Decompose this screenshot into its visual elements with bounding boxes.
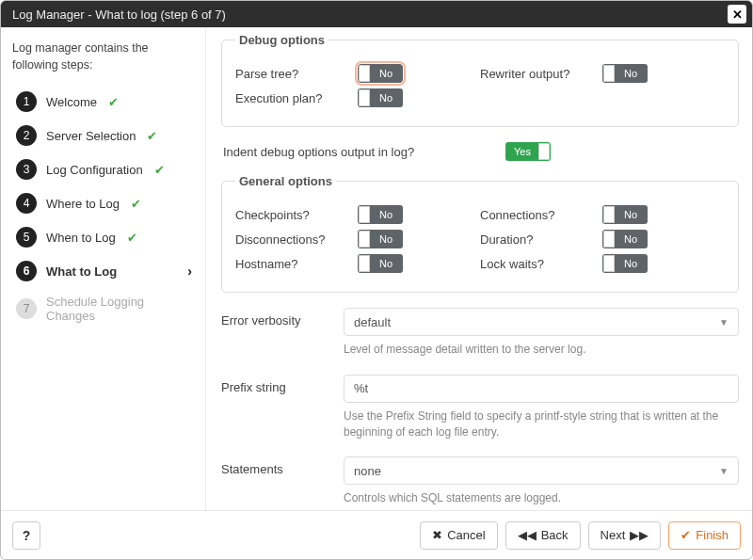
hostname-toggle[interactable]: No — [358, 254, 403, 273]
step-label: Schedule Logging Changes — [46, 295, 192, 323]
error-verbosity-select[interactable]: default ▼ — [344, 308, 739, 336]
rewriter-output-label: Rewriter output? — [480, 67, 602, 81]
chevron-right-icon: › — [187, 264, 192, 279]
check-icon: ✔ — [154, 163, 165, 177]
next-button[interactable]: Next▶▶ — [588, 521, 662, 550]
general-legend: General options — [235, 174, 336, 188]
check-icon: ✔ — [131, 197, 141, 211]
step-label: Log Configuration — [46, 163, 143, 177]
toggle-text: No — [370, 255, 402, 272]
duration-toggle[interactable]: No — [602, 230, 648, 248]
step-number: 3 — [16, 159, 37, 180]
step-label: Welcome — [46, 95, 97, 109]
toggle-knob — [603, 65, 615, 82]
lock-waits-toggle[interactable]: No — [602, 254, 648, 273]
next-label: Next — [601, 528, 626, 542]
step-number: 6 — [16, 261, 37, 281]
toggle-text: No — [370, 231, 402, 248]
disconnections-label: Disconnections? — [235, 232, 358, 247]
toggle-text: No — [615, 65, 647, 82]
step-label: Server Selection — [46, 129, 136, 143]
rewriter-output-toggle[interactable]: No — [602, 64, 648, 83]
finish-button[interactable]: ✔Finish — [668, 521, 741, 550]
sidebar-step-where-to-log[interactable]: 4 Where to Log ✔ — [12, 186, 196, 220]
execution-plan-label: Execution plan? — [235, 91, 358, 105]
sidebar-step-log-configuration[interactable]: 3 Log Configuration ✔ — [12, 152, 196, 186]
error-verbosity-label: Error verbosity — [221, 308, 344, 328]
sidebar-step-server-selection[interactable]: 2 Server Selection ✔ — [12, 119, 196, 152]
sidebar-step-what-to-log[interactable]: 6 What to Log › — [12, 254, 196, 288]
step-label: What to Log — [46, 264, 117, 279]
check-icon: ✔ — [147, 129, 157, 143]
cancel-icon: ✖ — [432, 528, 442, 542]
lock-waits-label: Lock waits? — [480, 257, 602, 271]
toggle-text: No — [615, 231, 647, 248]
toggle-knob — [359, 89, 370, 106]
toggle-knob — [359, 231, 370, 248]
cancel-label: Cancel — [447, 528, 485, 542]
toggle-knob — [603, 255, 615, 272]
main-panel: Debug options Parse tree? No Rewriter ou… — [206, 27, 752, 510]
caret-down-icon: ▼ — [719, 317, 729, 328]
finish-label: Finish — [696, 528, 729, 542]
toggle-knob — [603, 231, 615, 248]
dialog-body: Log manager contains the following steps… — [1, 27, 752, 510]
toggle-knob — [538, 143, 550, 160]
connections-label: Connections? — [480, 208, 602, 222]
sidebar-step-welcome[interactable]: 1 Welcome ✔ — [12, 85, 196, 119]
sidebar-intro: Log manager contains the following steps… — [12, 40, 196, 73]
indent-toggle[interactable]: Yes — [505, 142, 551, 161]
duration-label: Duration? — [480, 232, 602, 247]
statements-select[interactable]: none ▼ — [344, 456, 739, 485]
checkpoints-label: Checkpoints? — [235, 208, 358, 222]
step-number: 1 — [16, 91, 37, 112]
close-icon: ✕ — [732, 8, 743, 22]
step-label: When to Log — [46, 231, 116, 245]
check-icon: ✔ — [108, 95, 119, 109]
toggle-text: No — [370, 65, 402, 82]
back-label: Back — [541, 528, 569, 542]
prefix-string-input[interactable]: %t — [344, 375, 739, 403]
help-button[interactable]: ? — [12, 521, 40, 550]
cancel-button[interactable]: ✖Cancel — [420, 521, 497, 550]
toggle-text: No — [615, 255, 647, 272]
disconnections-toggle[interactable]: No — [358, 230, 403, 248]
step-label: Where to Log — [46, 197, 120, 211]
step-number: 7 — [16, 298, 37, 319]
dialog: Log Manager - What to log (step 6 of 7) … — [0, 0, 753, 560]
toggle-text: No — [370, 206, 402, 223]
close-button[interactable]: ✕ — [728, 5, 746, 24]
toggle-knob — [359, 206, 370, 223]
step-number: 2 — [16, 125, 37, 146]
parse-tree-label: Parse tree? — [235, 67, 358, 81]
back-icon: ◀◀ — [518, 528, 537, 542]
titlebar: Log Manager - What to log (step 6 of 7) … — [1, 1, 752, 27]
hostname-label: Hostname? — [235, 257, 358, 271]
toggle-text: No — [370, 89, 402, 106]
select-value: default — [354, 315, 391, 329]
indent-label: Indent debug options output in log? — [223, 145, 505, 159]
parse-tree-toggle[interactable]: No — [358, 64, 403, 83]
debug-options-group: Debug options Parse tree? No Rewriter ou… — [221, 33, 739, 127]
error-verbosity-hint: Level of message detail written to the s… — [344, 342, 739, 358]
toggle-knob — [603, 206, 615, 223]
step-number: 5 — [16, 227, 37, 248]
debug-legend: Debug options — [235, 33, 328, 47]
step-number: 4 — [16, 193, 37, 214]
check-icon: ✔ — [127, 231, 137, 245]
sidebar-step-when-to-log[interactable]: 5 When to Log ✔ — [12, 220, 196, 254]
next-icon: ▶▶ — [630, 528, 649, 542]
sidebar-step-schedule-logging-changes: 7 Schedule Logging Changes — [12, 288, 196, 329]
dialog-title: Log Manager - What to log (step 6 of 7) — [12, 8, 226, 22]
execution-plan-toggle[interactable]: No — [358, 88, 403, 107]
toggle-knob — [359, 65, 370, 82]
statements-label: Statements — [221, 456, 344, 476]
back-button[interactable]: ◀◀Back — [505, 521, 581, 550]
connections-toggle[interactable]: No — [602, 205, 648, 224]
sidebar: Log manager contains the following steps… — [1, 27, 206, 510]
checkpoints-toggle[interactable]: No — [358, 205, 403, 224]
prefix-string-hint: Use the Prefix String field to specify a… — [344, 408, 739, 440]
toggle-text: No — [615, 206, 647, 223]
general-options-group: General options Checkpoints? No Connecti… — [221, 174, 739, 293]
statements-hint: Controls which SQL statements are logged… — [344, 490, 739, 506]
